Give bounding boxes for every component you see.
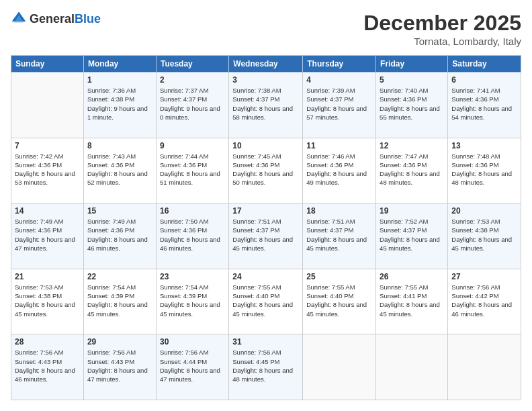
day-header-row: SundayMondayTuesdayWednesdayThursdayFrid… bbox=[11, 56, 521, 73]
day-number: 27 bbox=[451, 272, 517, 281]
day-number: 24 bbox=[232, 272, 299, 281]
day-info: Sunrise: 7:55 AMSunset: 4:40 PMDaylight:… bbox=[306, 283, 372, 318]
calendar-cell bbox=[11, 73, 84, 138]
logo-text: GeneralBlue bbox=[30, 12, 101, 26]
calendar-table: SundayMondayTuesdayWednesdayThursdayFrid… bbox=[11, 55, 521, 400]
day-info: Sunrise: 7:44 AMSunset: 4:36 PMDaylight:… bbox=[160, 152, 225, 187]
day-info: Sunrise: 7:52 AMSunset: 4:37 PMDaylight:… bbox=[380, 217, 444, 253]
day-number: 10 bbox=[232, 141, 299, 150]
day-header-tuesday: Tuesday bbox=[156, 56, 228, 73]
calendar-cell: 14Sunrise: 7:49 AMSunset: 4:36 PMDayligh… bbox=[11, 203, 84, 269]
day-header-saturday: Saturday bbox=[448, 56, 521, 73]
calendar-cell: 20Sunrise: 7:53 AMSunset: 4:38 PMDayligh… bbox=[448, 203, 521, 269]
calendar-cell: 25Sunrise: 7:55 AMSunset: 4:40 PMDayligh… bbox=[303, 269, 376, 334]
calendar-cell: 7Sunrise: 7:42 AMSunset: 4:36 PMDaylight… bbox=[11, 138, 84, 203]
day-info: Sunrise: 7:46 AMSunset: 4:36 PMDaylight:… bbox=[306, 152, 372, 187]
day-info: Sunrise: 7:37 AMSunset: 4:37 PMDaylight:… bbox=[160, 86, 225, 122]
day-number: 6 bbox=[451, 75, 517, 85]
day-info: Sunrise: 7:56 AMSunset: 4:42 PMDaylight:… bbox=[451, 283, 517, 318]
week-row-2: 14Sunrise: 7:49 AMSunset: 4:36 PMDayligh… bbox=[11, 203, 521, 269]
calendar-cell bbox=[303, 334, 376, 400]
logo-blue: Blue bbox=[75, 12, 101, 26]
calendar-cell: 13Sunrise: 7:48 AMSunset: 4:36 PMDayligh… bbox=[448, 138, 521, 203]
day-number: 19 bbox=[380, 206, 444, 216]
location-title: Tornata, Lombardy, Italy bbox=[363, 36, 521, 47]
calendar-cell: 4Sunrise: 7:39 AMSunset: 4:37 PMDaylight… bbox=[303, 73, 376, 138]
calendar-cell: 24Sunrise: 7:55 AMSunset: 4:40 PMDayligh… bbox=[229, 269, 303, 334]
day-info: Sunrise: 7:49 AMSunset: 4:36 PMDaylight:… bbox=[15, 217, 80, 253]
day-number: 31 bbox=[232, 337, 299, 347]
calendar-cell: 31Sunrise: 7:56 AMSunset: 4:45 PMDayligh… bbox=[229, 334, 303, 400]
calendar-cell: 30Sunrise: 7:56 AMSunset: 4:44 PMDayligh… bbox=[156, 334, 228, 400]
day-info: Sunrise: 7:43 AMSunset: 4:36 PMDaylight:… bbox=[87, 152, 152, 187]
day-info: Sunrise: 7:47 AMSunset: 4:36 PMDaylight:… bbox=[380, 152, 444, 187]
calendar-cell: 23Sunrise: 7:54 AMSunset: 4:39 PMDayligh… bbox=[156, 269, 228, 334]
week-row-1: 7Sunrise: 7:42 AMSunset: 4:36 PMDaylight… bbox=[11, 138, 521, 203]
day-number: 25 bbox=[306, 272, 372, 281]
calendar-cell: 12Sunrise: 7:47 AMSunset: 4:36 PMDayligh… bbox=[376, 138, 448, 203]
day-info: Sunrise: 7:38 AMSunset: 4:37 PMDaylight:… bbox=[232, 86, 299, 122]
day-number: 5 bbox=[380, 75, 444, 85]
day-info: Sunrise: 7:55 AMSunset: 4:41 PMDaylight:… bbox=[380, 283, 444, 318]
day-info: Sunrise: 7:54 AMSunset: 4:39 PMDaylight:… bbox=[87, 283, 152, 318]
title-block: December 2025 Tornata, Lombardy, Italy bbox=[363, 11, 521, 47]
day-number: 26 bbox=[380, 272, 444, 281]
day-number: 12 bbox=[380, 141, 444, 150]
day-header-monday: Monday bbox=[83, 56, 156, 73]
calendar-cell: 10Sunrise: 7:45 AMSunset: 4:36 PMDayligh… bbox=[229, 138, 303, 203]
day-number: 29 bbox=[87, 337, 152, 347]
day-info: Sunrise: 7:45 AMSunset: 4:36 PMDaylight:… bbox=[232, 152, 299, 187]
calendar-cell: 17Sunrise: 7:51 AMSunset: 4:37 PMDayligh… bbox=[229, 203, 303, 269]
day-number: 21 bbox=[15, 272, 80, 281]
day-number: 14 bbox=[15, 206, 80, 216]
day-number: 13 bbox=[451, 141, 517, 150]
week-row-0: 1Sunrise: 7:36 AMSunset: 4:38 PMDaylight… bbox=[11, 73, 521, 138]
calendar-cell: 2Sunrise: 7:37 AMSunset: 4:37 PMDaylight… bbox=[156, 73, 228, 138]
page: GeneralBlue December 2025 Tornata, Lomba… bbox=[0, 0, 532, 411]
calendar-cell: 28Sunrise: 7:56 AMSunset: 4:43 PMDayligh… bbox=[11, 334, 84, 400]
week-row-4: 28Sunrise: 7:56 AMSunset: 4:43 PMDayligh… bbox=[11, 334, 521, 400]
day-number: 15 bbox=[87, 206, 152, 216]
day-info: Sunrise: 7:51 AMSunset: 4:37 PMDaylight:… bbox=[232, 217, 299, 253]
calendar-cell: 29Sunrise: 7:56 AMSunset: 4:43 PMDayligh… bbox=[83, 334, 156, 400]
day-info: Sunrise: 7:50 AMSunset: 4:36 PMDaylight:… bbox=[160, 217, 225, 253]
day-info: Sunrise: 7:42 AMSunset: 4:36 PMDaylight:… bbox=[15, 152, 80, 187]
day-header-wednesday: Wednesday bbox=[229, 56, 303, 73]
day-info: Sunrise: 7:56 AMSunset: 4:44 PMDaylight:… bbox=[160, 348, 225, 383]
month-title: December 2025 bbox=[363, 11, 521, 36]
day-number: 20 bbox=[451, 206, 517, 216]
day-number: 17 bbox=[232, 206, 299, 216]
day-header-friday: Friday bbox=[376, 56, 448, 73]
day-info: Sunrise: 7:56 AMSunset: 4:43 PMDaylight:… bbox=[87, 348, 152, 383]
calendar-cell: 21Sunrise: 7:53 AMSunset: 4:38 PMDayligh… bbox=[11, 269, 84, 334]
day-info: Sunrise: 7:41 AMSunset: 4:36 PMDaylight:… bbox=[451, 86, 517, 122]
day-number: 3 bbox=[232, 75, 299, 85]
logo: GeneralBlue bbox=[11, 11, 101, 27]
day-info: Sunrise: 7:39 AMSunset: 4:37 PMDaylight:… bbox=[306, 86, 372, 122]
calendar-cell: 27Sunrise: 7:56 AMSunset: 4:42 PMDayligh… bbox=[448, 269, 521, 334]
header: GeneralBlue December 2025 Tornata, Lomba… bbox=[11, 11, 521, 47]
day-number: 23 bbox=[160, 272, 225, 281]
calendar-cell: 15Sunrise: 7:49 AMSunset: 4:36 PMDayligh… bbox=[83, 203, 156, 269]
day-header-sunday: Sunday bbox=[11, 56, 84, 73]
day-number: 7 bbox=[15, 141, 80, 150]
day-header-thursday: Thursday bbox=[303, 56, 376, 73]
day-number: 9 bbox=[160, 141, 225, 150]
day-number: 2 bbox=[160, 75, 225, 85]
calendar-cell: 3Sunrise: 7:38 AMSunset: 4:37 PMDaylight… bbox=[229, 73, 303, 138]
week-row-3: 21Sunrise: 7:53 AMSunset: 4:38 PMDayligh… bbox=[11, 269, 521, 334]
day-info: Sunrise: 7:56 AMSunset: 4:45 PMDaylight:… bbox=[232, 348, 299, 383]
day-number: 11 bbox=[306, 141, 372, 150]
day-info: Sunrise: 7:40 AMSunset: 4:36 PMDaylight:… bbox=[380, 86, 444, 122]
calendar-cell bbox=[376, 334, 448, 400]
calendar-cell: 16Sunrise: 7:50 AMSunset: 4:36 PMDayligh… bbox=[156, 203, 228, 269]
calendar-cell: 19Sunrise: 7:52 AMSunset: 4:37 PMDayligh… bbox=[376, 203, 448, 269]
logo-icon bbox=[11, 11, 27, 27]
calendar-cell: 8Sunrise: 7:43 AMSunset: 4:36 PMDaylight… bbox=[83, 138, 156, 203]
day-number: 16 bbox=[160, 206, 225, 216]
calendar-cell bbox=[448, 334, 521, 400]
day-info: Sunrise: 7:55 AMSunset: 4:40 PMDaylight:… bbox=[232, 283, 299, 318]
day-number: 22 bbox=[87, 272, 152, 281]
calendar-cell: 9Sunrise: 7:44 AMSunset: 4:36 PMDaylight… bbox=[156, 138, 228, 203]
day-number: 28 bbox=[15, 337, 80, 347]
